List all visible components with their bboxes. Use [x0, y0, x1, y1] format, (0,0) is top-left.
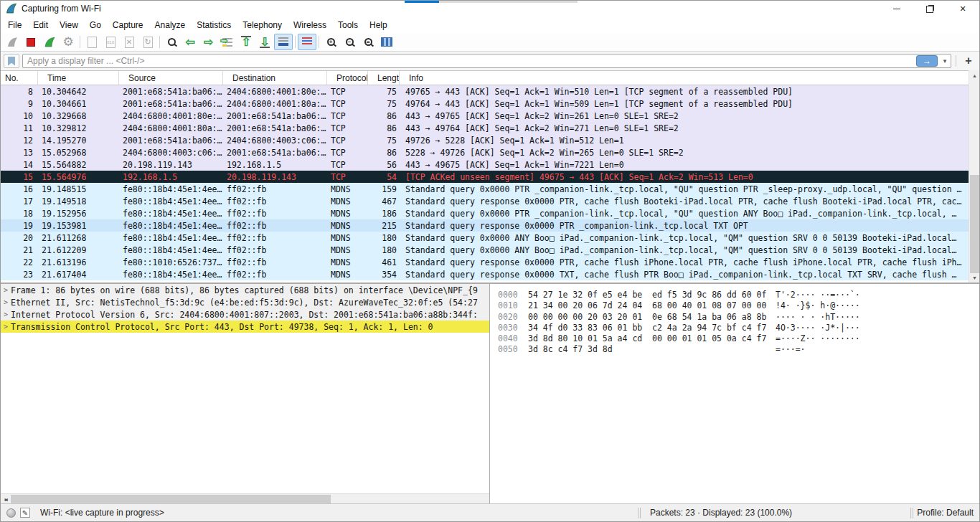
- menu-item-statistics[interactable]: Statistics: [191, 18, 237, 32]
- colorize-icon[interactable]: [298, 34, 316, 50]
- expand-chevron-icon[interactable]: >: [1, 298, 11, 306]
- zoom-in-icon[interactable]: +: [321, 34, 340, 50]
- packet-row[interactable]: 1719.149518fe80::18b4:45e1:4ee…ff02::fbM…: [1, 195, 970, 207]
- profile-text[interactable]: Profile: Default: [917, 508, 974, 518]
- column-header-protocol[interactable]: Protocol: [327, 71, 368, 85]
- packet-cell-info: Standard query 0x0000 PTR _companion-lin…: [400, 209, 970, 219]
- hex-offset: 0050: [498, 344, 528, 355]
- menu-item-edit[interactable]: Edit: [27, 18, 54, 32]
- packet-cell-no: 13: [1, 148, 38, 158]
- packet-row[interactable]: 1619.148515fe80::18b4:45e1:4ee…ff02::fbM…: [1, 183, 970, 195]
- packet-list: 810.3046422001:e68:541a:ba06:…2404:6800:…: [1, 85, 970, 280]
- packet-cell-length: 180: [368, 245, 400, 255]
- hex-row[interactable]: 003034 4f d0 33 83 06 01 bb c2 4a 2a 94 …: [498, 323, 980, 333]
- packet-cell-source: 2001:e68:541a:ba06:…: [119, 136, 223, 146]
- display-filter-input[interactable]: [23, 56, 916, 66]
- expert-info-icon[interactable]: [6, 508, 16, 518]
- scroll-down-icon[interactable]: ▼: [969, 272, 980, 283]
- packet-cell-time: 19.152956: [38, 209, 119, 219]
- previous-packet-icon[interactable]: [181, 34, 199, 50]
- packet-cell-time: 10.304642: [38, 87, 119, 97]
- packet-row[interactable]: 910.3046612001:e68:541a:ba06:…2404:6800:…: [1, 98, 970, 110]
- packet-row[interactable]: 1415.56488220.198.119.143192.168.1.5TCP5…: [1, 158, 970, 171]
- packet-row[interactable]: 1515.564976192.168.1.520.198.119.143TCP5…: [1, 171, 970, 183]
- zoom-reset-icon[interactable]: =: [359, 34, 377, 50]
- close-button[interactable]: [946, 1, 979, 16]
- menu-item-view[interactable]: View: [54, 18, 84, 32]
- zoom-out-icon[interactable]: −: [340, 34, 359, 50]
- hex-bytes: 3d 8c c4 f7 3d 8d: [528, 344, 776, 355]
- apply-filter-button[interactable]: [916, 55, 938, 67]
- resize-columns-icon[interactable]: [377, 34, 396, 50]
- go-to-packet-icon[interactable]: [218, 34, 237, 50]
- detail-line[interactable]: >Transmission Control Protocol, Src Port…: [1, 321, 489, 333]
- packet-cell-info: 49764 → 443 [ACK] Seq=1 Ack=1 Win=509 Le…: [400, 99, 970, 109]
- capture-options-icon[interactable]: [59, 34, 77, 50]
- column-header-time[interactable]: Time: [38, 71, 119, 85]
- column-header-no[interactable]: No.: [1, 71, 38, 85]
- reload-file-icon[interactable]: [138, 34, 157, 50]
- restart-capture-icon[interactable]: [40, 34, 59, 50]
- menu-item-wireless[interactable]: Wireless: [288, 18, 332, 32]
- hex-row[interactable]: 00403d 8d 80 10 01 5a a4 cd 00 00 01 01 …: [498, 333, 980, 344]
- column-header-source[interactable]: Source: [119, 71, 223, 85]
- packet-cell-length: 54: [368, 172, 400, 182]
- details-horizontal-scrollbar[interactable]: ◀ ▶: [1, 493, 489, 504]
- hex-row[interactable]: 001021 34 00 20 06 7d 24 04 68 00 40 01 …: [498, 300, 980, 311]
- detail-line[interactable]: >Internet Protocol Version 6, Src: 2404:…: [1, 308, 489, 321]
- column-header-destination[interactable]: Destination: [223, 71, 327, 85]
- menu-item-capture[interactable]: Capture: [107, 18, 149, 32]
- hex-row[interactable]: 002000 00 00 00 20 03 20 01 0e 68 54 1a …: [498, 312, 980, 323]
- expand-chevron-icon[interactable]: >: [1, 286, 11, 294]
- last-packet-icon[interactable]: [255, 34, 274, 50]
- packet-cell-length: 467: [368, 196, 400, 207]
- filter-bookmark-icon[interactable]: [4, 54, 19, 68]
- column-header-info[interactable]: Info: [400, 71, 970, 85]
- packet-row[interactable]: 2021.611268fe80::18b4:45e1:4ee…ff02::fbM…: [1, 232, 970, 244]
- first-packet-icon[interactable]: [237, 34, 255, 50]
- start-capture-icon[interactable]: [3, 34, 22, 50]
- auto-scroll-icon[interactable]: [274, 34, 293, 50]
- scroll-up-icon[interactable]: ▲: [969, 70, 980, 81]
- menu-item-telephony[interactable]: Telephony: [237, 18, 288, 32]
- packet-cell-source: fe80::18b4:45e1:4ee…: [119, 233, 223, 243]
- open-file-icon[interactable]: [83, 34, 101, 50]
- minimize-button[interactable]: [880, 1, 913, 16]
- packet-row[interactable]: 1919.153981fe80::18b4:45e1:4ee…ff02::fbM…: [1, 219, 970, 232]
- hex-row[interactable]: 000054 27 1e 32 0f e5 e4 be ed f5 3d 9c …: [498, 290, 980, 300]
- detail-line[interactable]: >Frame 1: 86 bytes on wire (688 bits), 8…: [1, 284, 489, 296]
- packet-row[interactable]: 2321.617404fe80::18b4:45e1:4ee…ff02::fbM…: [1, 268, 970, 280]
- add-filter-button[interactable]: +: [961, 54, 976, 68]
- close-file-icon[interactable]: [120, 34, 138, 50]
- restore-button[interactable]: [913, 1, 946, 16]
- menu-item-tools[interactable]: Tools: [332, 18, 364, 32]
- filter-dropdown-icon[interactable]: [939, 54, 951, 67]
- next-packet-icon[interactable]: [199, 34, 218, 50]
- packet-list-scrollbar[interactable]: ▲ ▼: [969, 70, 979, 283]
- expand-chevron-icon[interactable]: >: [1, 323, 11, 331]
- packet-row[interactable]: 1110.3298122404:6800:4001:80a:…2001:e68:…: [1, 122, 970, 134]
- packet-row[interactable]: 2121.612209fe80::18b4:45e1:4ee…ff02::fbM…: [1, 244, 970, 256]
- packet-row[interactable]: 810.3046422001:e68:541a:ba06:…2404:6800:…: [1, 85, 970, 98]
- column-header-length[interactable]: Length: [368, 71, 400, 85]
- expand-chevron-icon[interactable]: >: [1, 310, 11, 318]
- capture-comment-icon[interactable]: [20, 508, 30, 518]
- hex-row[interactable]: 00503d 8c c4 f7 3d 8d=···=·: [498, 344, 980, 355]
- find-packet-icon[interactable]: [162, 34, 181, 50]
- save-file-icon[interactable]: [101, 34, 120, 50]
- packet-row[interactable]: 1214.1952702001:e68:541a:ba06:…2404:6800…: [1, 134, 970, 146]
- packet-row[interactable]: 1010.3296682404:6800:4001:80e:…2001:e68:…: [1, 110, 970, 122]
- detail-line-text: Ethernet II, Src: NetisTechnol_f5:3d:9c …: [11, 298, 478, 308]
- menu-item-analyze[interactable]: Analyze: [149, 18, 192, 32]
- stop-capture-icon[interactable]: [22, 34, 40, 50]
- packet-row[interactable]: 2221.613196fe80::1010:6526:737…ff02::fbM…: [1, 256, 970, 268]
- detail-line[interactable]: >Ethernet II, Src: NetisTechnol_f5:3d:9c…: [1, 296, 489, 308]
- menu-item-help[interactable]: Help: [364, 18, 393, 32]
- scrollbar-thumb[interactable]: [970, 175, 979, 273]
- packet-cell-info: 49765 → 443 [ACK] Seq=1 Ack=1 Win=510 Le…: [400, 87, 970, 97]
- packet-cell-source: fe80::18b4:45e1:4ee…: [119, 245, 223, 255]
- menu-item-go[interactable]: Go: [84, 18, 107, 32]
- packet-row[interactable]: 1819.152956fe80::18b4:45e1:4ee…ff02::fbM…: [1, 207, 970, 219]
- packet-row[interactable]: 1315.0529682404:6800:4003:c06:…2001:e68:…: [1, 146, 970, 158]
- menu-item-file[interactable]: File: [2, 18, 27, 32]
